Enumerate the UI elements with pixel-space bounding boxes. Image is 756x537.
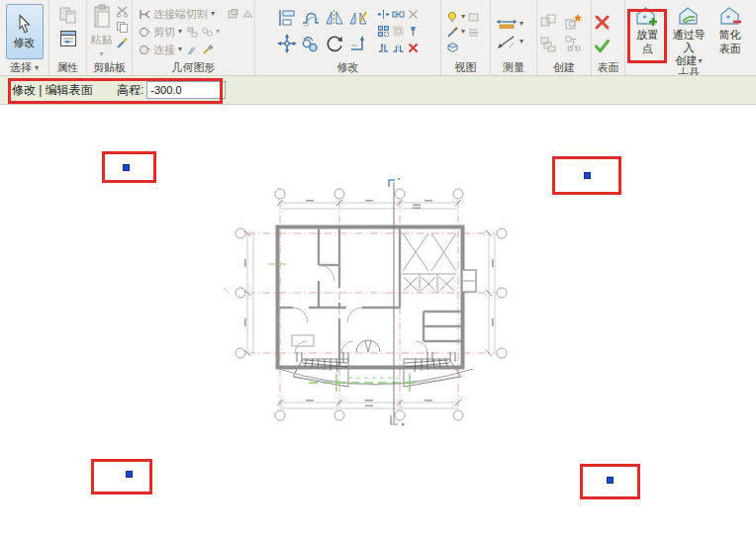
create-panel-label: 创建	[537, 60, 591, 75]
create-from-import-label-2: 创建	[676, 54, 698, 67]
align-face-icon	[186, 44, 199, 56]
split-element-icon[interactable]	[377, 42, 390, 54]
align-adjust-icon[interactable]	[377, 8, 390, 21]
unjoin-icon	[201, 26, 214, 39]
panel-properties: 属性	[49, 0, 87, 75]
rotate-icon[interactable]	[325, 34, 344, 53]
create-similar-icon[interactable]	[564, 12, 584, 32]
copy-icon[interactable]	[116, 21, 129, 34]
place-point-button[interactable]: 放置 点	[627, 4, 668, 54]
simplify-surface-icon	[718, 6, 742, 28]
match-type-icon[interactable]	[116, 37, 129, 49]
split-gap-icon[interactable]	[392, 42, 405, 54]
split-face-icon	[186, 26, 199, 39]
align-icon[interactable]	[277, 8, 297, 28]
create-group-icon[interactable]	[539, 12, 559, 32]
create-from-import-label-1: 通过导入	[669, 29, 709, 53]
modify-panel-label: 修改	[255, 60, 440, 75]
unpin-icon[interactable]	[407, 8, 420, 21]
panel-select: 修改 选择▾	[0, 0, 49, 75]
array-icon[interactable]	[377, 25, 390, 38]
panel-tools: 放置 点 通过导入 创建 ▾ 简化	[625, 0, 752, 75]
cut-geometry-button[interactable]: 剪切▾	[153, 24, 182, 41]
dimension-text-marks	[244, 200, 494, 406]
view-panel-label: 视图	[441, 60, 490, 75]
panel-create: 创建	[537, 0, 592, 75]
beam-join-icon	[241, 8, 254, 21]
options-bar: 修改 | 编辑表面 高程:	[0, 76, 756, 105]
building-walls	[278, 227, 477, 368]
override-graphics-icon[interactable]	[446, 26, 459, 39]
group-icon[interactable]	[392, 25, 405, 38]
dimension-icon[interactable]	[496, 35, 518, 49]
surface-panel-label: 表面	[592, 60, 624, 75]
cancel-edit-surface-icon[interactable]	[594, 14, 611, 31]
copy-move-icon[interactable]	[301, 34, 321, 53]
create-from-import-button[interactable]: 通过导入 创建 ▾	[669, 4, 709, 67]
offset-adjust-icon[interactable]	[392, 8, 405, 21]
offset-icon[interactable]	[301, 8, 321, 28]
thin-lines-icon[interactable]	[467, 26, 480, 39]
finish-edit-surface-icon[interactable]	[594, 38, 611, 54]
surface-point-top-right[interactable]	[584, 172, 591, 179]
pin-icon[interactable]	[407, 25, 420, 38]
mirror-draw-axis-icon[interactable]	[348, 8, 368, 28]
section-line	[389, 178, 404, 425]
demolish-icon	[201, 44, 214, 56]
point-highlight-box-bottom-left	[91, 459, 152, 494]
join-geometry-button[interactable]: 连接▾	[153, 42, 182, 58]
create-from-import-dropdown-icon[interactable]: ▾	[699, 57, 703, 65]
cut-icon[interactable]	[116, 5, 129, 18]
paste-button-label[interactable]: 粘贴	[91, 33, 113, 47]
stray-mark	[224, 288, 230, 294]
visibility-lightbulb-icon[interactable]	[446, 11, 459, 24]
wall-join-icon	[227, 8, 239, 21]
create-assembly-icon[interactable]	[539, 35, 559, 54]
clipboard-panel-label: 剪贴板	[87, 60, 132, 75]
geometry-panel-label: 几何图形	[133, 60, 254, 75]
section-box-icon[interactable]	[446, 41, 459, 53]
modify-tool-button[interactable]: 修改	[6, 4, 44, 59]
mirror-pick-axis-icon[interactable]	[325, 8, 344, 28]
chevron-down-icon: ▾	[35, 64, 39, 72]
dimension-dropdown-icon[interactable]: ▾	[520, 38, 523, 45]
create-from-import-icon	[677, 6, 701, 28]
place-point-icon	[635, 6, 659, 28]
properties-panel-label: 属性	[49, 60, 86, 75]
cursor-icon	[15, 14, 35, 34]
select-panel-label[interactable]: 选择▾	[0, 60, 48, 75]
create-parts-icon[interactable]	[564, 35, 584, 54]
hide-element-icon[interactable]	[467, 11, 480, 24]
simplify-surface-label-2: 表面	[719, 43, 741, 55]
trim-extend-icon[interactable]	[348, 34, 368, 53]
panel-view: ▾ ▾ 视图	[441, 0, 491, 75]
panel-clipboard: 粘贴 ▾ 剪贴板	[87, 0, 133, 75]
measure-dropdown-icon[interactable]: ▾	[520, 20, 523, 28]
graphics-dropdown-icon[interactable]: ▾	[461, 28, 465, 36]
family-types-icon[interactable]	[58, 5, 78, 25]
paste-dropdown-icon[interactable]: ▾	[99, 50, 103, 58]
panel-surface: 表面	[592, 0, 625, 75]
geometry-dropdown-icon[interactable]: ▾	[216, 28, 220, 36]
place-point-label-1: 放置	[636, 29, 658, 42]
surface-point-top-left[interactable]	[123, 164, 130, 171]
move-icon[interactable]	[277, 34, 297, 53]
join-end-cut-button[interactable]: 连接端切割▾	[153, 6, 215, 23]
surface-point-bottom-right[interactable]	[607, 477, 614, 484]
join-geometry-icon	[139, 44, 151, 56]
visibility-dropdown-icon[interactable]: ▾	[461, 13, 465, 21]
delete-icon[interactable]	[407, 42, 420, 54]
properties-palette-icon[interactable]	[58, 29, 78, 48]
panel-measure: ▾ ▾ 测量	[491, 0, 537, 75]
surface-point-bottom-left[interactable]	[126, 471, 133, 478]
measure-panel-label: 测量	[491, 60, 536, 75]
simplify-surface-button[interactable]: 简化 表面	[709, 4, 750, 54]
paste-icon[interactable]	[92, 4, 112, 30]
entrance-double-door	[356, 340, 380, 352]
panel-geometry: 连接端切割▾ 剪切▾ ▾ 连接▾	[133, 0, 255, 75]
simplify-surface-label-1: 简化	[719, 29, 741, 42]
dimension-ticks	[244, 200, 492, 405]
measure-icon[interactable]	[496, 18, 518, 31]
exterior-stairs	[279, 359, 473, 387]
elevation-input[interactable]	[146, 81, 226, 99]
